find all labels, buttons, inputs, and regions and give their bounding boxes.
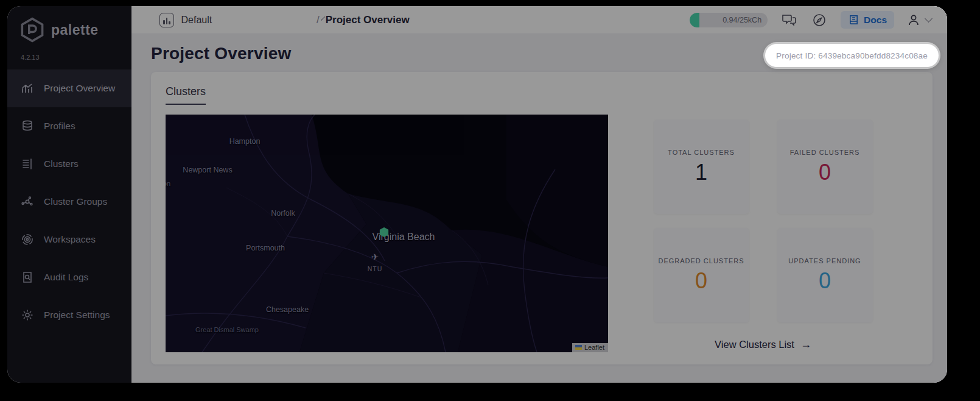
book-icon [848, 14, 859, 26]
breadcrumb: / Project Overview [317, 14, 410, 26]
map-city-label: Norfolk [271, 209, 295, 218]
leaflet-attribution-label: Leaflet [584, 344, 604, 351]
project-id-value: Project ID: 6439ebca90befdd8234c08ae [776, 51, 928, 60]
map-city-label: llton [166, 180, 170, 187]
sidebar-item-label: Workspaces [44, 234, 96, 245]
brand-logo[interactable]: palette [7, 6, 131, 45]
ukraine-flag-icon [575, 345, 582, 350]
sidebar-item-project-overview[interactable]: Project Overview [7, 69, 131, 107]
stat-total-clusters: TOTAL CLUSTERS 1 [654, 119, 749, 214]
map-attribution[interactable]: Leaflet [572, 343, 608, 352]
chat-button[interactable] [780, 11, 798, 29]
chevron-down-icon [925, 15, 933, 23]
docs-button[interactable]: Docs [841, 11, 894, 29]
page-content: Clusters [131, 72, 947, 383]
stat-value: 0 [819, 160, 831, 185]
sidebar: palette 4.2.13 Project Overview Profiles [7, 6, 131, 383]
stat-label: DEGRADED CLUSTERS [658, 257, 744, 264]
sidebar-item-workspaces[interactable]: Workspaces [7, 221, 131, 258]
brand-name: palette [51, 22, 99, 38]
sidebar-item-clusters[interactable]: Clusters [7, 145, 131, 183]
stat-degraded-clusters: DEGRADED CLUSTERS 0 [654, 228, 749, 322]
sidebar-item-cluster-groups[interactable]: Cluster Groups [7, 183, 131, 221]
sidebar-item-label: Project Overview [44, 83, 115, 94]
network-nodes-icon [21, 195, 34, 208]
sidebar-item-audit-logs[interactable]: Audit Logs [7, 258, 131, 296]
app-window: palette 4.2.13 Project Overview Profiles [7, 6, 947, 383]
stat-label: TOTAL CLUSTERS [668, 149, 735, 156]
sidebar-item-project-settings[interactable]: Project Settings [7, 296, 131, 334]
sidebar-item-profiles[interactable]: Profiles [7, 107, 131, 145]
app-version: 4.2.13 [7, 45, 131, 67]
breadcrumb-separator: / [317, 14, 320, 26]
breadcrumb-current: Project Overview [326, 14, 410, 26]
sidebar-item-label: Clusters [44, 158, 79, 169]
main-area: Default / Project Overview 0.94/25kCh [131, 6, 947, 383]
clusters-card: Clusters [151, 72, 933, 364]
airport-code: NTU [368, 265, 383, 272]
concentric-circles-icon [21, 233, 34, 246]
stat-value: 0 [819, 268, 831, 294]
usage-meter-fill [690, 13, 699, 27]
usage-meter-value: 0.94/25kCh [723, 16, 761, 24]
document-search-icon [21, 271, 34, 284]
map-region-label: Great Dismal Swamp [195, 326, 259, 333]
project-scope-value: Default [181, 15, 212, 26]
topbar: Default / Project Overview 0.94/25kCh [131, 6, 947, 34]
stat-updates-pending: UPDATES PENDING 0 [777, 228, 873, 322]
usage-meter[interactable]: 0.94/25kCh [690, 13, 768, 27]
project-scope-icon [159, 13, 174, 27]
bar-chart-icon [21, 82, 34, 95]
arrow-right-icon: → [800, 338, 811, 351]
sidebar-item-label: Project Settings [44, 310, 110, 321]
server-list-icon [21, 157, 34, 171]
gear-icon [21, 308, 34, 322]
stat-value: 1 [695, 160, 707, 185]
view-clusters-list-label: View Clusters List [715, 339, 794, 350]
stat-failed-clusters: FAILED CLUSTERS 0 [777, 119, 873, 214]
user-menu[interactable] [906, 13, 931, 27]
cluster-stats: TOTAL CLUSTERS 1 FAILED CLUSTERS 0 DEGRA… [608, 115, 918, 352]
sidebar-item-label: Audit Logs [44, 272, 88, 283]
map-city-label: Chesapeake [266, 305, 309, 314]
clusters-map[interactable]: Hampton Newport News llton Norfolk Virgi… [166, 115, 608, 352]
docs-button-label: Docs [864, 15, 887, 26]
clusters-card-body: Hampton Newport News llton Norfolk Virgi… [166, 115, 918, 352]
tab-clusters[interactable]: Clusters [166, 85, 206, 105]
stat-label: FAILED CLUSTERS [790, 149, 860, 156]
map-city-label: Hampton [229, 137, 261, 146]
airport-marker: ✈ NTU [368, 252, 383, 274]
view-clusters-list-link[interactable]: View Clusters List → [715, 338, 811, 351]
sidebar-menu: Project Overview Profiles Clusters Clust… [7, 69, 131, 334]
project-id-tooltip[interactable]: Project ID: 6439ebca90befdd8234c08ae [765, 44, 939, 67]
map-city-label: Newport News [183, 166, 232, 174]
stat-value: 0 [695, 268, 707, 294]
map-city-label: Portsmouth [246, 244, 285, 252]
palette-hexagon-logo-icon [19, 17, 45, 43]
stat-label: UPDATES PENDING [788, 257, 861, 264]
user-avatar-icon [906, 13, 921, 27]
topbar-actions: 0.94/25kCh Docs [690, 11, 931, 29]
chat-bubbles-icon [781, 13, 797, 27]
project-scope-selector[interactable]: Default [159, 13, 299, 27]
help-compass-button[interactable] [810, 11, 828, 29]
stats-grid: TOTAL CLUSTERS 1 FAILED CLUSTERS 0 DEGRA… [654, 119, 873, 322]
airplane-icon: ✈ [371, 252, 379, 262]
sidebar-item-label: Profiles [44, 121, 75, 132]
sidebar-item-label: Cluster Groups [44, 196, 107, 207]
database-icon [21, 119, 34, 133]
compass-icon [812, 13, 827, 27]
